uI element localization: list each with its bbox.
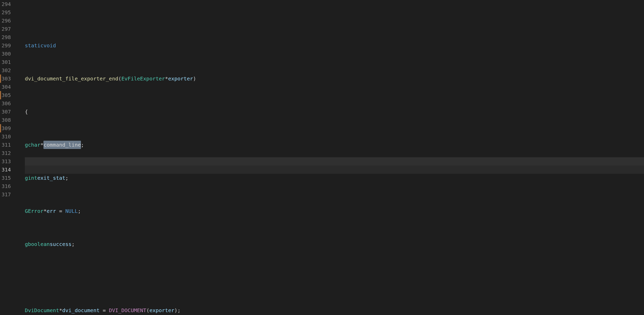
line-number: 310	[2, 132, 18, 141]
identifier: success	[50, 240, 71, 248]
code-line[interactable]: gchar *command_line;	[25, 141, 644, 149]
line-number: 297	[2, 25, 18, 33]
identifier: exporter	[168, 74, 193, 83]
constant: NULL	[65, 207, 78, 215]
line-number-gutter: 294 295 296 297 298 299 300 301 302 303 …	[2, 0, 25, 315]
selection: command_line	[43, 141, 81, 149]
type: DviDocument	[25, 306, 59, 314]
line-number: 304	[2, 83, 18, 91]
code-line[interactable]: static void	[25, 41, 644, 50]
line-number: 312	[2, 149, 18, 157]
code-line[interactable]: dvi_document_file_exporter_end (EvFileEx…	[25, 74, 644, 83]
operator: =	[100, 306, 109, 314]
brace: {	[25, 108, 28, 116]
line-number: 305	[2, 91, 18, 99]
line-number: 313	[2, 157, 18, 166]
type: gboolean	[25, 240, 50, 248]
line-number: 302	[2, 66, 18, 74]
line-number: 294	[2, 0, 18, 8]
line-number: 299	[2, 41, 18, 50]
operator: *	[165, 74, 168, 83]
code-line[interactable]: {	[25, 108, 644, 116]
code-line[interactable]: GError *err = NULL;	[25, 207, 644, 215]
code-line[interactable]: gint exit_stat;	[25, 174, 644, 182]
line-number: 316	[2, 182, 18, 190]
line-number: 317	[2, 190, 18, 199]
code-line[interactable]: gboolean success;	[25, 240, 644, 248]
keyword: void	[43, 41, 56, 50]
line-number: 311	[2, 141, 18, 149]
dirty-marks	[0, 0, 2, 315]
identifier: dvi_document	[62, 306, 100, 314]
line-number: 309	[2, 124, 18, 132]
identifier: exit_stat	[37, 174, 65, 182]
keyword: static	[25, 41, 43, 50]
type: gchar	[25, 141, 40, 149]
type: GError	[25, 207, 43, 215]
code-editor[interactable]: 294 295 296 297 298 299 300 301 302 303 …	[0, 0, 644, 315]
line-number: 307	[2, 108, 18, 116]
code-line[interactable]: DviDocument *dvi_document = DVI_DOCUMENT…	[25, 306, 644, 314]
line-number: 298	[2, 33, 18, 41]
code-area[interactable]: static void dvi_document_file_exporter_e…	[25, 0, 644, 315]
type: gint	[25, 174, 37, 182]
identifier: err	[47, 207, 56, 215]
punct: ;	[81, 141, 84, 149]
macro: DVI_DOCUMENT	[109, 306, 146, 314]
line-number: 296	[2, 17, 18, 25]
line-number: 306	[2, 99, 18, 108]
line-number: 301	[2, 58, 18, 66]
identifier: exporter	[149, 306, 174, 314]
function-name: dvi_document_file_exporter_end	[25, 74, 118, 83]
line-number: 300	[2, 50, 18, 58]
line-number-current: 314	[2, 166, 18, 174]
type: EvFileExporter	[121, 74, 165, 83]
line-number: 308	[2, 116, 18, 124]
line-number: 295	[2, 8, 18, 17]
code-line[interactable]	[25, 273, 644, 281]
line-number: 315	[2, 174, 18, 182]
line-number: 303	[2, 74, 18, 83]
operator: =	[56, 207, 65, 215]
